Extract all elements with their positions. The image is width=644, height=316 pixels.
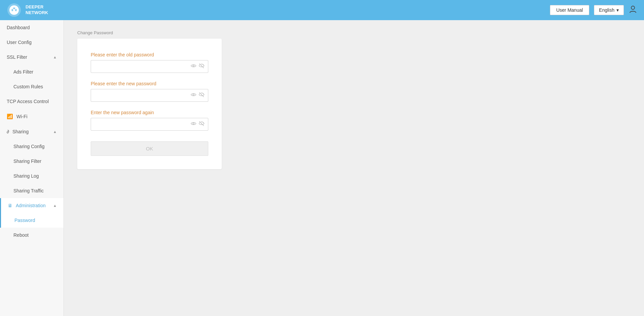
confirm-password-icons	[190, 121, 208, 128]
header-right: User Manual English ▾	[550, 5, 637, 15]
header-left: DEEPERNETWORK	[7, 3, 48, 17]
svg-point-2	[193, 65, 195, 67]
password-label: Password	[14, 218, 35, 223]
old-password-label: Please enter the old password	[91, 52, 208, 57]
administration-chevron-icon: ▲	[53, 204, 57, 208]
logo-icon	[7, 3, 22, 17]
confirm-password-input-wrapper	[91, 118, 208, 131]
user-config-label: User Config	[7, 40, 32, 45]
tcp-access-control-label: TCP Access Control	[7, 99, 49, 104]
old-password-group: Please enter the old password	[91, 52, 208, 73]
password-card: Please enter the old password	[77, 39, 222, 169]
new-password-icons	[190, 92, 208, 99]
ssl-filter-label: SSL Filter	[7, 54, 27, 60]
sidebar-item-wifi[interactable]: 📶 Wi-Fi	[0, 109, 63, 124]
new-password-input[interactable]	[91, 89, 190, 101]
sharing-config-label: Sharing Config	[13, 144, 45, 149]
confirm-password-input[interactable]	[91, 118, 190, 130]
svg-point-6	[193, 123, 195, 125]
main-layout: Dashboard User Config SSL Filter ▲ Ads F…	[0, 20, 644, 316]
sidebar-item-ads-filter[interactable]: Ads Filter	[0, 64, 63, 79]
ads-filter-label: Ads Filter	[13, 69, 33, 75]
ssl-filter-chevron-icon: ▲	[53, 55, 57, 59]
sidebar: Dashboard User Config SSL Filter ▲ Ads F…	[0, 20, 64, 316]
reboot-label: Reboot	[13, 232, 29, 238]
sidebar-item-custom-rules[interactable]: Custom Rules	[0, 79, 63, 94]
sidebar-item-reboot[interactable]: Reboot	[0, 228, 63, 242]
svg-point-4	[193, 94, 195, 96]
old-password-input-wrapper	[91, 60, 208, 73]
dashboard-label: Dashboard	[7, 25, 30, 30]
ok-button[interactable]: OK	[91, 141, 208, 156]
new-password-show-icon[interactable]	[190, 92, 197, 99]
administration-label: Administration	[16, 203, 46, 208]
confirm-password-label: Enter the new password again	[91, 110, 208, 115]
language-button[interactable]: English ▾	[594, 5, 624, 15]
sharing-log-label: Sharing Log	[13, 173, 39, 179]
user-icon-button[interactable]	[629, 5, 637, 15]
header: DEEPERNETWORK User Manual English ▾	[0, 0, 644, 20]
old-password-hide-icon[interactable]	[199, 63, 205, 70]
user-avatar-icon	[629, 5, 637, 13]
svg-point-1	[631, 6, 635, 9]
sharing-traffic-label: Sharing Traffic	[13, 188, 44, 193]
old-password-input[interactable]	[91, 60, 190, 73]
confirm-password-hide-icon[interactable]	[199, 121, 205, 128]
sidebar-item-sharing-log[interactable]: Sharing Log	[0, 169, 63, 183]
sharing-filter-label: Sharing Filter	[13, 159, 41, 164]
brand-name: DEEPERNETWORK	[26, 4, 48, 16]
sidebar-item-user-config[interactable]: User Config	[0, 35, 63, 50]
sharing-label: Sharing	[12, 129, 29, 134]
sidebar-item-dashboard[interactable]: Dashboard	[0, 20, 63, 35]
page-title: Change Password	[77, 30, 631, 35]
sidebar-item-administration[interactable]: 🖥 Administration ▲	[0, 198, 63, 213]
sidebar-item-sharing[interactable]: ∂ Sharing ▲	[0, 124, 63, 139]
sharing-chevron-icon: ▲	[53, 130, 57, 134]
sidebar-item-password[interactable]: Password	[0, 213, 63, 228]
user-manual-button[interactable]: User Manual	[550, 5, 589, 15]
sidebar-item-sharing-traffic[interactable]: Sharing Traffic	[0, 183, 63, 198]
content-area: Change Password Please enter the old pas…	[64, 20, 644, 316]
share-icon: ∂	[7, 129, 9, 134]
new-password-label: Please enter the new password	[91, 81, 208, 86]
new-password-group: Please enter the new password	[91, 81, 208, 102]
sidebar-item-sharing-config[interactable]: Sharing Config	[0, 139, 63, 154]
custom-rules-label: Custom Rules	[13, 84, 43, 89]
old-password-show-icon[interactable]	[190, 63, 197, 70]
old-password-icons	[190, 63, 208, 70]
new-password-hide-icon[interactable]	[199, 92, 205, 99]
wifi-icon: 📶	[7, 114, 13, 120]
monitor-icon: 🖥	[8, 203, 12, 208]
language-label: English	[599, 7, 614, 13]
sidebar-item-sharing-filter[interactable]: Sharing Filter	[0, 154, 63, 169]
sidebar-item-ssl-filter[interactable]: SSL Filter ▲	[0, 50, 63, 64]
sidebar-item-tcp-access-control[interactable]: TCP Access Control	[0, 94, 63, 109]
chevron-down-icon: ▾	[616, 7, 619, 13]
new-password-input-wrapper	[91, 89, 208, 102]
confirm-password-group: Enter the new password again	[91, 110, 208, 131]
confirm-password-show-icon[interactable]	[190, 121, 197, 128]
wifi-label: Wi-Fi	[16, 114, 28, 119]
